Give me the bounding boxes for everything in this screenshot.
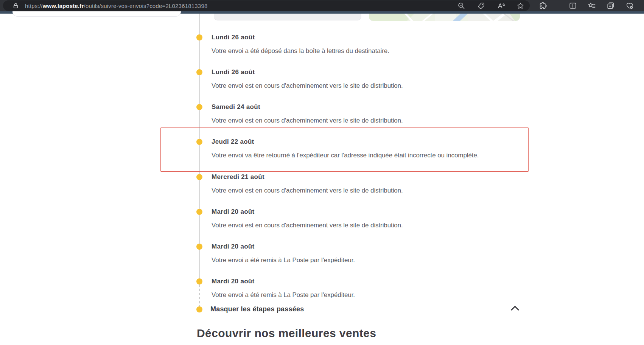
url-domain: www.laposte.fr	[43, 3, 84, 9]
split-screen-icon[interactable]	[569, 2, 577, 10]
timeline-dot	[196, 306, 202, 312]
zoom-out-icon[interactable]	[457, 2, 465, 10]
read-aloud-icon[interactable]	[496, 2, 505, 10]
timeline-entry-date: Lundi 26 août	[212, 34, 389, 41]
address-bar[interactable]: https://www.laposte.fr/outils/suivre-vos…	[3, 0, 530, 11]
timeline-panel-edge	[214, 14, 361, 20]
lock-icon[interactable]	[11, 2, 20, 10]
timeline-entry-description: Votre envoi est en cours d'acheminement …	[212, 187, 403, 194]
timeline-entry-date: Jeudi 22 août	[212, 138, 479, 146]
timeline-dot	[196, 174, 202, 180]
timeline-entry-description: Votre envoi a été déposé dans la boîte à…	[212, 47, 389, 55]
favorite-star-icon[interactable]	[516, 2, 524, 10]
timeline-entry-description: Votre envoi va être retourné à l'expédit…	[212, 152, 479, 159]
timeline-dot	[196, 244, 202, 250]
timeline-entry-date: Mardi 20 août	[212, 208, 403, 216]
toolbar-divider	[558, 3, 558, 9]
extensions-icon[interactable]	[539, 2, 547, 10]
url-path: /outils/suivre-vos-envois?code=2L0236181…	[84, 3, 208, 9]
collapse-steps-link[interactable]: Masquer les étapes passées	[210, 305, 304, 313]
url-text: https://www.laposte.fr/outils/suivre-vos…	[25, 3, 208, 9]
chevron-up-icon[interactable]	[510, 305, 520, 313]
timeline-entry-description: Votre envoi est en cours d'acheminement …	[212, 117, 403, 124]
timeline-entry: Lundi 26 août Votre envoi a été déposé d…	[212, 34, 389, 55]
timeline-entry-description: Votre envoi a été remis à La Poste par l…	[212, 256, 355, 264]
map-thumbnail[interactable]	[369, 14, 520, 21]
timeline-entry: Mercredi 21 août Votre envoi est en cour…	[212, 173, 403, 194]
collections-icon[interactable]	[607, 2, 615, 10]
timeline-entry: Mardi 20 août Votre envoi est en cours d…	[212, 208, 403, 229]
timeline-dot	[196, 278, 202, 284]
timeline-entry-description: Votre envoi a été remis à La Poste par l…	[212, 291, 355, 299]
timeline-entry: Mardi 20 août Votre envoi a été remis à …	[212, 278, 355, 299]
timeline-dot	[196, 69, 202, 75]
tracking-search-card-edge	[12, 11, 181, 17]
section-title: Découvrir nos meilleures ventes	[197, 327, 376, 340]
timeline-dot	[196, 104, 202, 110]
timeline-entry: Lundi 26 août Votre envoi est en cours d…	[212, 68, 403, 90]
timeline-entry-date: Mardi 20 août	[212, 278, 355, 285]
timeline-entry-date: Mercredi 21 août	[212, 173, 403, 181]
browser-toolbar: https://www.laposte.fr/outils/suivre-vos…	[0, 0, 644, 11]
timeline-entry-date: Samedi 24 août	[212, 103, 403, 111]
timeline-dot	[196, 209, 202, 215]
timeline-entry-highlighted: Jeudi 22 août Votre envoi va être retour…	[212, 138, 479, 159]
timeline-entry-date: Mardi 20 août	[212, 243, 355, 250]
timeline-entry-description: Votre envoi est en cours d'acheminement …	[212, 222, 403, 229]
timeline-entry: Mardi 20 août Votre envoi a été remis à …	[212, 243, 355, 264]
url-scheme: https://	[25, 3, 43, 9]
timeline-line-dashed	[199, 284, 200, 306]
browser-essentials-icon[interactable]	[625, 2, 634, 10]
shopping-tag-icon[interactable]	[477, 2, 485, 10]
timeline-entry: Samedi 24 août Votre envoi est en cours …	[212, 103, 403, 124]
favorites-bar-icon[interactable]	[588, 2, 596, 10]
timeline-entry-description: Votre envoi est en cours d'acheminement …	[212, 82, 403, 90]
timeline-dot	[196, 139, 202, 145]
timeline-entry-date: Lundi 26 août	[212, 68, 403, 76]
timeline-dot	[196, 34, 202, 40]
